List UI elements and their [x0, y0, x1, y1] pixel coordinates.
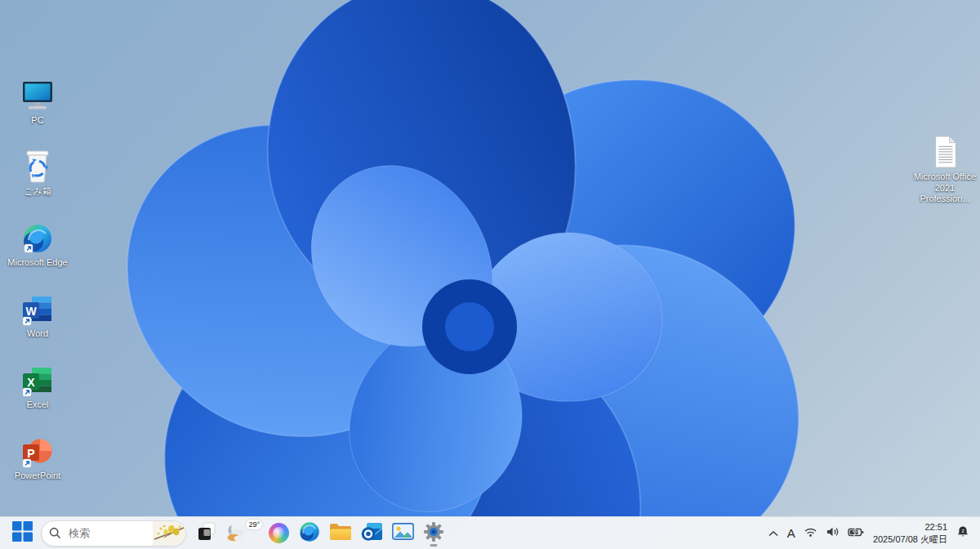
- temperature-badge: 29°: [246, 520, 262, 529]
- battery-button[interactable]: [844, 520, 868, 547]
- desktop-wallpaper: PC: [0, 0, 980, 549]
- network-button[interactable]: [800, 520, 822, 547]
- system-tray: A: [764, 520, 973, 547]
- desktop-icon-label: PC: [31, 115, 43, 127]
- desktop-icon-label: Microsoft Edge: [7, 257, 67, 269]
- file-explorer-icon: [329, 522, 352, 544]
- outlook-button[interactable]: [356, 520, 387, 547]
- desktop-icon-label: Word: [27, 328, 48, 340]
- recycle-bin-icon: [21, 146, 54, 184]
- task-view-icon: [196, 521, 217, 546]
- desktop-icon-label: ごみ箱: [24, 186, 51, 198]
- taskbar-search[interactable]: [41, 520, 186, 547]
- desktop-icon-label: Microsoft Office 2021 Profession...: [912, 172, 978, 205]
- desktop-icon-powerpoint[interactable]: P PowerPoint: [5, 419, 70, 482]
- clock-date: 2025/07/08 火曜日: [873, 533, 947, 545]
- chevron-up-icon: [768, 526, 779, 541]
- speaker-icon: [826, 526, 840, 541]
- photos-icon: [392, 523, 414, 543]
- wifi-icon: [804, 526, 817, 541]
- desktop-icon-office-document[interactable]: Microsoft Office 2021 Profession...: [910, 142, 980, 205]
- volume-button[interactable]: [822, 520, 844, 547]
- powerpoint-letter: P: [27, 447, 34, 460]
- desktop-icon-excel[interactable]: X Excel: [5, 348, 70, 411]
- text-document-icon: [929, 135, 960, 169]
- desktop-icon-column: PC: [5, 64, 70, 482]
- desktop-icon-label: PowerPoint: [15, 471, 60, 482]
- search-icon: [49, 527, 61, 539]
- desktop-icon-microsoft-edge[interactable]: Microsoft Edge: [5, 206, 70, 269]
- settings-gear-icon: [423, 521, 444, 546]
- photos-button[interactable]: [387, 520, 418, 547]
- word-letter: W: [25, 305, 37, 318]
- desktop-icon-recycle-bin[interactable]: ごみ箱: [5, 135, 70, 198]
- outlook-icon: [361, 520, 383, 546]
- notification-center-button[interactable]: z: [952, 520, 973, 547]
- excel-icon: X: [23, 359, 53, 397]
- search-input[interactable]: [67, 526, 145, 540]
- desktop-icon-word[interactable]: W Word: [5, 277, 70, 340]
- edge-icon: [299, 521, 320, 546]
- taskbar: 29°: [0, 516, 980, 549]
- ime-mode-indicator: A: [787, 526, 795, 540]
- clock-time: 22:51: [873, 521, 947, 533]
- desktop-icon-pc[interactable]: PC: [5, 64, 70, 127]
- start-button[interactable]: [7, 520, 38, 547]
- edge-icon: [21, 217, 54, 255]
- desktop-icon-column-right: Microsoft Office 2021 Profession...: [910, 142, 980, 205]
- clock[interactable]: 22:51 2025/07/08 火曜日: [868, 521, 952, 545]
- settings-button[interactable]: [418, 520, 449, 547]
- powerpoint-icon: P: [23, 431, 53, 468]
- bell-do-not-disturb-icon: z: [956, 525, 969, 542]
- ime-mode-button[interactable]: A: [783, 520, 800, 547]
- edge-button[interactable]: [294, 520, 325, 547]
- copilot-icon: [269, 523, 289, 543]
- desktop-icon-label: Excel: [27, 399, 49, 411]
- running-app-indicator: [430, 544, 438, 547]
- task-view-button[interactable]: [191, 520, 222, 547]
- windows-logo-icon: [12, 521, 33, 545]
- word-icon: W: [23, 288, 53, 326]
- tray-overflow-button[interactable]: [764, 520, 783, 547]
- pc-icon: [20, 75, 56, 113]
- svg-text:z: z: [961, 528, 964, 533]
- copilot-button[interactable]: [263, 520, 294, 547]
- search-daily-image[interactable]: [153, 521, 185, 546]
- bloom-wallpaper-art: [0, 0, 980, 516]
- file-explorer-button[interactable]: [325, 520, 356, 547]
- battery-charging-icon: [848, 526, 864, 541]
- weather-widget[interactable]: 29°: [222, 518, 263, 549]
- excel-letter: X: [27, 376, 35, 389]
